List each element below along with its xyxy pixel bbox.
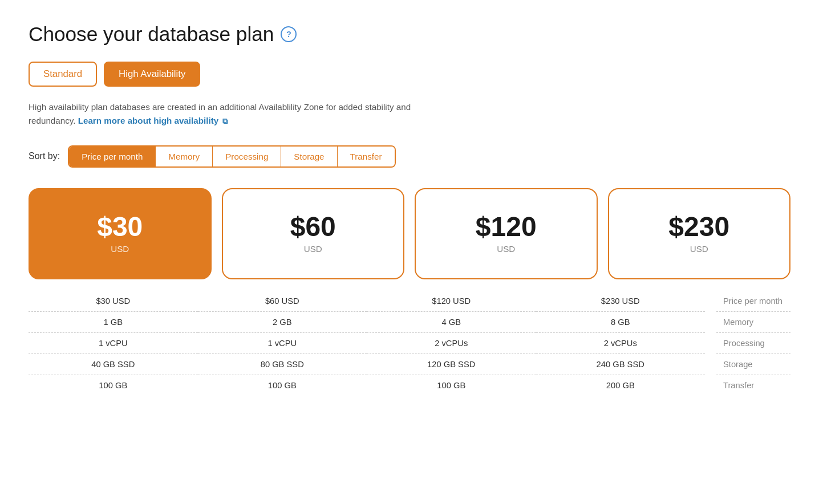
detail-transfer-2: 100 GB (198, 375, 367, 396)
detail-price-4: $230 USD (536, 291, 706, 312)
plan-type-tabs: Standard High Availability (29, 62, 790, 87)
plan-price-230: $230 (668, 213, 729, 241)
plan-price-30: $30 (97, 213, 143, 241)
learn-more-link[interactable]: Learn more about high availability ⧉ (78, 116, 228, 125)
detail-storage-2: 80 GB SSD (198, 354, 367, 375)
help-icon[interactable]: ? (281, 26, 297, 42)
sort-bar: Sort by: Price per month Memory Processi… (29, 145, 790, 168)
plan-currency-230: USD (690, 244, 708, 254)
detail-price-1: $30 USD (29, 291, 198, 312)
external-link-icon: ⧉ (222, 116, 228, 128)
plan-currency-60: USD (304, 244, 322, 254)
plan-card-30[interactable]: $30 USD (29, 188, 212, 279)
tab-high-availability[interactable]: High Availability (104, 62, 200, 87)
detail-col-4: $230 USD 8 GB 2 vCPUs 240 GB SSD 200 GB (536, 291, 706, 396)
sort-option-storage[interactable]: Storage (281, 147, 337, 166)
detail-storage-1: 40 GB SSD (29, 354, 198, 375)
plan-description: High availability plan databases are cre… (29, 100, 428, 128)
detail-col-1: $30 USD 1 GB 1 vCPU 40 GB SSD 100 GB (29, 291, 198, 396)
detail-col-3: $120 USD 4 GB 2 vCPUs 120 GB SSD 100 GB (367, 291, 536, 396)
plan-currency-120: USD (497, 244, 515, 254)
detail-memory-1: 1 GB (29, 312, 198, 333)
plan-currency-30: USD (111, 244, 129, 254)
sort-option-price[interactable]: Price per month (69, 147, 156, 166)
detail-processing-4: 2 vCPUs (536, 333, 706, 354)
labels-col: Price per month Memory Processing Storag… (705, 291, 790, 396)
plan-card-230[interactable]: $230 USD (608, 188, 791, 279)
detail-price-2: $60 USD (198, 291, 367, 312)
detail-col-2: $60 USD 2 GB 1 vCPU 80 GB SSD 100 GB (198, 291, 367, 396)
detail-processing-1: 1 vCPU (29, 333, 198, 354)
detail-memory-4: 8 GB (536, 312, 706, 333)
plan-price-120: $120 (476, 213, 537, 241)
detail-price-3: $120 USD (367, 291, 536, 312)
detail-memory-3: 4 GB (367, 312, 536, 333)
detail-processing-2: 1 vCPU (198, 333, 367, 354)
details-section: $30 USD 1 GB 1 vCPU 40 GB SSD 100 GB $60… (29, 291, 790, 396)
plan-card-120[interactable]: $120 USD (415, 188, 598, 279)
plan-card-60[interactable]: $60 USD (222, 188, 405, 279)
detail-transfer-4: 200 GB (536, 375, 706, 396)
plan-cards-row: $30 USD $60 USD $120 USD $230 USD (29, 188, 790, 279)
tab-standard[interactable]: Standard (29, 62, 97, 87)
detail-storage-4: 240 GB SSD (536, 354, 706, 375)
page-title-text: Choose your database plan (29, 23, 274, 46)
detail-transfer-1: 100 GB (29, 375, 198, 396)
detail-transfer-3: 100 GB (367, 375, 536, 396)
detail-memory-2: 2 GB (198, 312, 367, 333)
sort-option-memory[interactable]: Memory (156, 147, 213, 166)
page-title: Choose your database plan ? (29, 23, 790, 46)
label-storage: Storage (716, 354, 790, 375)
label-price: Price per month (716, 291, 790, 312)
label-memory: Memory (716, 312, 790, 333)
label-processing: Processing (716, 333, 790, 354)
plan-price-60: $60 (290, 213, 336, 241)
detail-processing-3: 2 vCPUs (367, 333, 536, 354)
sort-label: Sort by: (29, 151, 60, 161)
label-transfer: Transfer (716, 375, 790, 396)
sort-option-transfer[interactable]: Transfer (338, 147, 395, 166)
sort-option-processing[interactable]: Processing (213, 147, 281, 166)
detail-storage-3: 120 GB SSD (367, 354, 536, 375)
sort-options-group: Price per month Memory Processing Storag… (68, 145, 395, 168)
details-columns: $30 USD 1 GB 1 vCPU 40 GB SSD 100 GB $60… (29, 291, 705, 396)
